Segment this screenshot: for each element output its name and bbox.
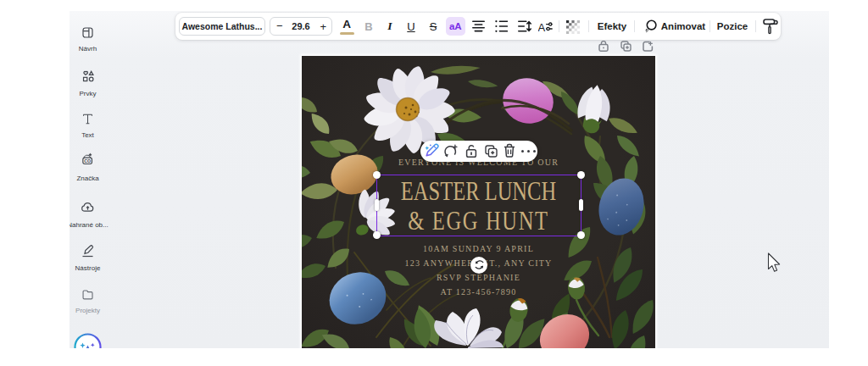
svg-text:A: A xyxy=(538,20,546,33)
svg-text:CO: CO xyxy=(84,158,91,164)
